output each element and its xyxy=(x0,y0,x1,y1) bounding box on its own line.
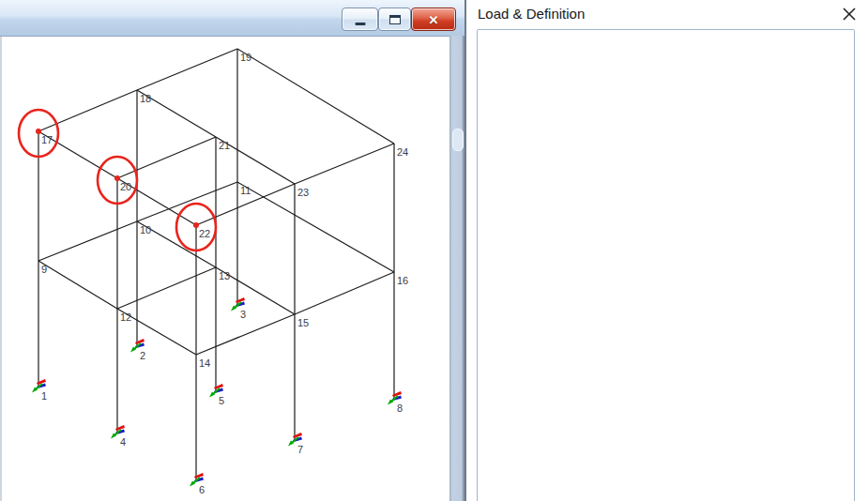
frame-member xyxy=(38,90,137,131)
node-label-3: 3 xyxy=(240,309,246,320)
node-label-19: 19 xyxy=(240,52,251,63)
node-label-24: 24 xyxy=(397,146,408,158)
node-label-11: 11 xyxy=(240,185,251,196)
node-label-10: 10 xyxy=(140,224,151,235)
definition-tree[interactable]: DDefinitionsDVehicle DefinitionsDTime Hi… xyxy=(477,29,855,501)
node-label-23: 23 xyxy=(297,187,309,198)
node-label-17: 17 xyxy=(41,134,53,145)
model-canvas[interactable]: 171819202122232491011121314151612345678 xyxy=(0,36,451,501)
frame-member xyxy=(237,49,394,144)
frame-member xyxy=(117,137,216,178)
frame-member xyxy=(196,314,295,355)
close-icon: ✕ xyxy=(429,12,439,26)
node-label-15: 15 xyxy=(297,317,309,328)
node-label-22: 22 xyxy=(199,228,210,239)
model-window-titlebar[interactable]: ✕ xyxy=(0,0,465,37)
frame-member xyxy=(295,272,394,314)
frame-member xyxy=(137,49,237,90)
node-label-5: 5 xyxy=(219,395,224,406)
app-root: 171819202122232491011121314151612345678 … xyxy=(0,0,868,501)
frame-member xyxy=(295,144,394,184)
minimize-icon xyxy=(355,23,365,25)
node-label-9: 9 xyxy=(41,264,47,275)
restore-icon xyxy=(389,15,401,24)
frame-member xyxy=(38,221,137,261)
window-right-border xyxy=(449,36,464,501)
structure-drawing: 171819202122232491011121314151612345678 xyxy=(2,36,451,501)
frame-member xyxy=(237,182,394,272)
node-label-8: 8 xyxy=(397,402,403,414)
node-label-1: 1 xyxy=(41,390,47,402)
frame-member xyxy=(117,267,216,309)
node-label-20: 20 xyxy=(120,181,131,192)
node-label-18: 18 xyxy=(140,93,151,104)
node-label-2: 2 xyxy=(140,350,145,361)
node-label-13: 13 xyxy=(219,270,230,281)
node-label-6: 6 xyxy=(199,484,205,495)
window-border-thumb xyxy=(452,129,464,151)
node-label-12: 12 xyxy=(120,311,131,323)
restore-button[interactable] xyxy=(378,8,411,31)
node-label-14: 14 xyxy=(199,357,210,369)
node-label-7: 7 xyxy=(297,444,303,455)
load-definition-panel: Load & Definition DDefinitionsDVehicle D… xyxy=(466,0,868,501)
frame-member xyxy=(137,182,237,221)
node-label-4: 4 xyxy=(120,436,126,448)
model-view-window: 171819202122232491011121314151612345678 … xyxy=(0,0,465,501)
node-label-16: 16 xyxy=(397,275,408,286)
frame-member xyxy=(38,261,117,309)
node-label-21: 21 xyxy=(219,140,230,151)
close-button[interactable]: ✕ xyxy=(411,8,456,31)
minimize-button[interactable] xyxy=(342,8,378,31)
